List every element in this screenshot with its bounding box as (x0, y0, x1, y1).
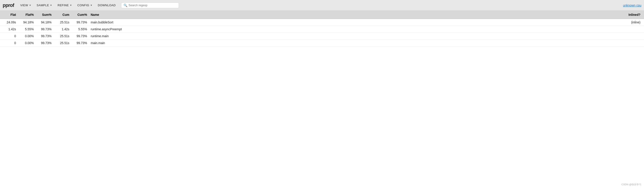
cpu-link[interactable]: unknown cpu (623, 4, 641, 7)
search-input[interactable] (129, 4, 176, 7)
nav-download[interactable]: DOWNLOAD (95, 0, 118, 11)
cell-inlined (622, 40, 644, 46)
th-flat-pct: Flat% (18, 12, 36, 17)
th-flat: Flat (0, 12, 18, 17)
nav-sample[interactable]: SAMPLE ▼ (34, 0, 55, 11)
cell-sum-pct: 99.73% (36, 26, 53, 32)
nav-download-label: DOWNLOAD (98, 4, 116, 7)
nav-config-label: CONFIG (77, 4, 89, 7)
cell-flat-pct: 0.00% (18, 33, 36, 39)
cell-flat: 1.42s (0, 26, 18, 32)
nav-config[interactable]: CONFIG ▼ (75, 0, 95, 11)
table-row[interactable]: 0 0.00% 99.73% 25.51s 99.73% runtime.mai… (0, 33, 644, 40)
cell-name: runtime.asyncPreempt (89, 26, 622, 32)
table-row[interactable]: 1.42s 5.55% 99.73% 1.42s 5.55% runtime.a… (0, 26, 644, 33)
cell-cum-pct: 99.73% (71, 33, 89, 39)
table-row[interactable]: 0 0.00% 99.73% 25.51s 99.73% main.main (0, 40, 644, 47)
th-sum-pct: Sum% (36, 12, 53, 17)
cell-name: main.main (89, 40, 622, 46)
table-header: Flat Flat% Sum% Cum Cum% Name Inlined? (0, 11, 644, 19)
nav-view[interactable]: VIEW ▼ (18, 0, 34, 11)
cell-cum-pct: 5.55% (71, 26, 89, 32)
toolbar: pprof VIEW ▼ SAMPLE ▼ REFINE ▼ CONFIG ▼ … (0, 0, 644, 11)
cell-flat-pct: 94.18% (18, 19, 36, 25)
table-body: 24.09s 94.18% 94.18% 25.51s 99.73% main.… (0, 19, 644, 47)
cell-inlined (622, 26, 644, 32)
nav-view-label: VIEW (20, 4, 28, 7)
cell-cum: 1.42s (53, 26, 71, 32)
cell-name: main.bubbleSort (89, 19, 622, 25)
nav-sample-arrow: ▼ (50, 4, 52, 7)
cell-flat-pct: 5.55% (18, 26, 36, 32)
cell-inlined: (inline) (622, 19, 644, 25)
cell-sum-pct: 94.18% (36, 19, 53, 25)
table-row[interactable]: 24.09s 94.18% 94.18% 25.51s 99.73% main.… (0, 19, 644, 26)
nav-refine[interactable]: REFINE ▼ (55, 0, 75, 11)
cell-flat: 24.09s (0, 19, 18, 25)
cell-flat: 0 (0, 33, 18, 39)
cell-flat: 0 (0, 40, 18, 46)
cell-sum-pct: 99.73% (36, 40, 53, 46)
cell-inlined (622, 33, 644, 39)
nav-sample-label: SAMPLE (37, 4, 49, 7)
cell-cum: 25.51s (53, 19, 71, 25)
cell-name: runtime.main (89, 33, 622, 39)
cell-flat-pct: 0.00% (18, 40, 36, 46)
app-logo: pprof (3, 3, 14, 8)
cell-sum-pct: 99.73% (36, 33, 53, 39)
cell-cum-pct: 99.73% (71, 19, 89, 25)
cell-cum: 25.51s (53, 33, 71, 39)
nav-view-arrow: ▼ (29, 4, 31, 7)
cell-cum-pct: 99.73% (71, 40, 89, 46)
th-cum-pct: Cum% (71, 12, 89, 17)
nav-refine-label: REFINE (58, 4, 69, 7)
search-container: 🔍 (121, 3, 179, 8)
search-icon: 🔍 (124, 4, 127, 7)
cell-cum: 25.51s (53, 40, 71, 46)
th-inlined: Inlined? (622, 12, 644, 17)
th-name: Name (89, 12, 622, 17)
nav-config-arrow: ▼ (90, 4, 92, 7)
th-cum: Cum (53, 12, 71, 17)
nav-refine-arrow: ▼ (70, 4, 72, 7)
